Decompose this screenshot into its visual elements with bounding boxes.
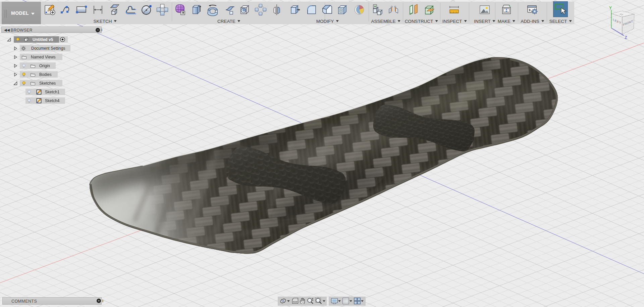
svg-text:Z: Z [625,35,627,40]
svg-text:Y: Y [609,6,612,10]
